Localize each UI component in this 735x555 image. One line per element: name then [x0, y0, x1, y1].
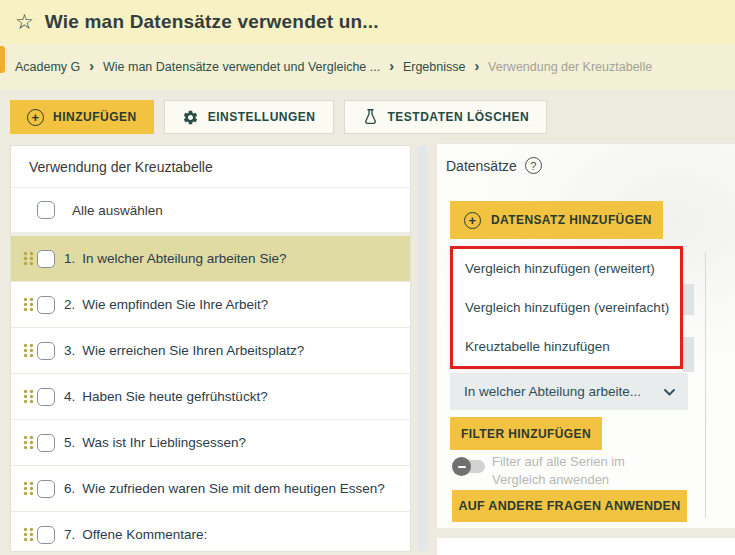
- plus-circle-icon: +: [27, 109, 44, 126]
- question-dropdown[interactable]: In welcher Abteilung arbeite...: [450, 373, 688, 410]
- question-number: 2.: [64, 297, 75, 312]
- question-label: Offene Kommentare:: [82, 527, 207, 542]
- panel-divider: [705, 252, 706, 518]
- drag-handle-icon[interactable]: [20, 527, 37, 542]
- question-number: 5.: [64, 435, 75, 450]
- settings-button[interactable]: EINSTELLUNGEN: [164, 100, 334, 134]
- dataset-panel-title-row: Datensätze ?: [446, 157, 542, 174]
- question-list-title: Verwendung der Kreuztabelle: [11, 146, 410, 188]
- settings-button-label: EINSTELLUNGEN: [208, 110, 316, 124]
- page-title: Wie man Datensätze verwendet un...: [45, 11, 379, 33]
- add-filter-button-label: FILTER HINZUFÜGEN: [461, 427, 591, 441]
- drag-handle-icon[interactable]: [20, 251, 37, 266]
- apply-other-questions-button[interactable]: AUF ANDERE FRAGEN ANWENDEN: [452, 490, 687, 522]
- breadcrumb-item[interactable]: Wie man Datensätze verwendet und Verglei…: [103, 60, 380, 74]
- question-label: Wie empfinden Sie Ihre Arbeit?: [82, 297, 268, 312]
- add-filter-button[interactable]: FILTER HINZUFÜGEN: [450, 417, 602, 450]
- breadcrumb-item: Verwendung der Kreuztabelle: [488, 60, 652, 74]
- covered-control-fragment: [683, 284, 694, 315]
- question-dropdown-value: In welcher Abteilung arbeite...: [464, 384, 641, 399]
- list-scrollbar[interactable]: [417, 145, 428, 552]
- apply-filter-toggle[interactable]: [452, 457, 486, 476]
- add-dataset-button[interactable]: + DATENSATZ HINZUFÜGEN: [450, 201, 663, 239]
- dataset-panel-title: Datensätze: [446, 158, 517, 174]
- question-label: Wie erreichen Sie Ihren Arbeitsplatz?: [82, 343, 304, 358]
- menu-item[interactable]: Vergleich hinzufügen (erweitert): [453, 249, 680, 288]
- question-checkbox[interactable]: [37, 296, 55, 314]
- add-dataset-button-label: DATENSATZ HINZUFÜGEN: [491, 213, 652, 227]
- breadcrumb-item[interactable]: Ergebnisse: [403, 60, 466, 74]
- question-checkbox[interactable]: [37, 434, 55, 452]
- app-window: ☆ Wie man Datensätze verwendet un... Aca…: [0, 0, 735, 555]
- add-button-label: HINZUFÜGEN: [53, 110, 137, 124]
- add-button[interactable]: + HINZUFÜGEN: [10, 100, 154, 134]
- question-label: Wie zufrieden waren Sie mit dem heutigen…: [82, 481, 384, 496]
- drag-handle-icon[interactable]: [20, 297, 37, 312]
- favorite-star-icon[interactable]: ☆: [15, 11, 34, 32]
- question-number: 7.: [64, 527, 75, 542]
- help-icon[interactable]: ?: [525, 157, 542, 174]
- toolbar: + HINZUFÜGEN EINSTELLUNGEN TESTDATEN LÖS…: [10, 100, 547, 134]
- dataset-menu-highlight-box: Vergleich hinzufügen (erweitert)Vergleic…: [450, 246, 683, 369]
- breadcrumb-separator-icon: ›: [389, 58, 394, 74]
- question-number: 1.: [64, 251, 75, 266]
- question-row[interactable]: 5.Was ist Ihr Lieblingsessen?: [11, 419, 410, 465]
- drag-handle-icon[interactable]: [20, 435, 37, 450]
- delete-testdata-button[interactable]: TESTDATEN LÖSCHEN: [344, 100, 548, 134]
- dataset-panel: Datensätze ? + DATENSATZ HINZUFÜGEN Verg…: [437, 143, 735, 528]
- question-checkbox[interactable]: [37, 526, 55, 544]
- plus-circle-icon: +: [464, 212, 481, 229]
- next-section-card-edge: [437, 538, 735, 555]
- header: ☆ Wie man Datensätze verwendet un...: [0, 0, 735, 44]
- menu-item[interactable]: Kreuztabelle hinzufügen: [453, 327, 680, 366]
- question-row[interactable]: 4.Haben Sie heute gefrühstückt?: [11, 373, 410, 419]
- question-checkbox[interactable]: [37, 342, 55, 360]
- select-all-label: Alle auswählen: [72, 203, 163, 218]
- select-all-row[interactable]: Alle auswählen: [11, 188, 410, 236]
- question-list-rows: 1.In welcher Abteilung arbeiten Sie?2.Wi…: [11, 236, 410, 552]
- toggle-knob-minus-icon: [452, 457, 471, 476]
- breadcrumb-separator-icon: ›: [474, 58, 479, 74]
- question-list-card: Verwendung der Kreuztabelle Alle auswähl…: [10, 145, 411, 552]
- drag-handle-icon[interactable]: [20, 389, 37, 404]
- menu-item[interactable]: Vergleich hinzufügen (vereinfacht): [453, 288, 680, 327]
- side-tab[interactable]: [0, 46, 5, 73]
- flask-icon: [362, 108, 379, 126]
- breadcrumb-separator-icon: ›: [89, 58, 94, 74]
- question-row[interactable]: 7.Offene Kommentare:: [11, 511, 410, 552]
- question-label: In welcher Abteilung arbeiten Sie?: [82, 251, 286, 266]
- select-all-checkbox[interactable]: [37, 201, 55, 219]
- drag-handle-icon[interactable]: [20, 481, 37, 496]
- question-number: 3.: [64, 343, 75, 358]
- breadcrumb: Academy G›Wie man Datensätze verwendet u…: [0, 44, 735, 90]
- question-checkbox[interactable]: [37, 480, 55, 498]
- drag-handle-icon[interactable]: [20, 343, 37, 358]
- question-checkbox[interactable]: [37, 250, 55, 268]
- question-number: 6.: [64, 481, 75, 496]
- covered-control-fragment: [683, 337, 694, 372]
- question-label: Haben Sie heute gefrühstückt?: [82, 389, 267, 404]
- gear-icon: [182, 109, 199, 126]
- question-label: Was ist Ihr Lieblingsessen?: [82, 435, 246, 450]
- question-number: 4.: [64, 389, 75, 404]
- question-row[interactable]: 3.Wie erreichen Sie Ihren Arbeitsplatz?: [11, 327, 410, 373]
- breadcrumb-item[interactable]: Academy G: [15, 60, 80, 74]
- apply-other-questions-button-label: AUF ANDERE FRAGEN ANWENDEN: [458, 499, 680, 513]
- question-row[interactable]: 2.Wie empfinden Sie Ihre Arbeit?: [11, 281, 410, 327]
- dataset-menu: Vergleich hinzufügen (erweitert)Vergleic…: [453, 249, 680, 366]
- chevron-down-icon: [664, 384, 675, 399]
- question-row[interactable]: 6.Wie zufrieden waren Sie mit dem heutig…: [11, 465, 410, 511]
- delete-testdata-button-label: TESTDATEN LÖSCHEN: [388, 110, 530, 124]
- question-checkbox[interactable]: [37, 388, 55, 406]
- apply-filter-toggle-label: Filter auf alle Serien im Vergleich anwe…: [492, 453, 670, 489]
- question-row[interactable]: 1.In welcher Abteilung arbeiten Sie?: [11, 236, 410, 281]
